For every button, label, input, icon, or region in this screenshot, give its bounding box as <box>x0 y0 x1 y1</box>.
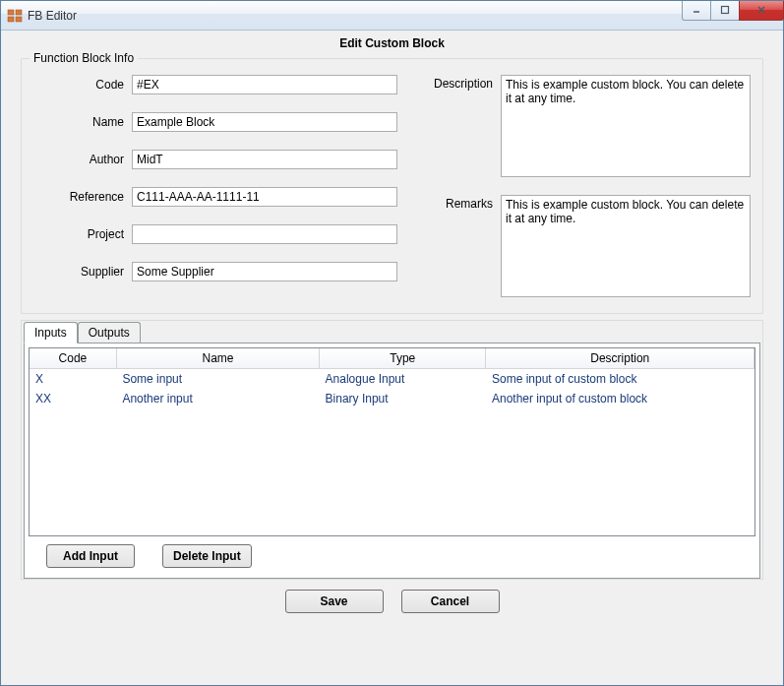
tab-body: Code Name Type Description X Some input … <box>24 343 760 579</box>
add-input-button[interactable]: Add Input <box>46 544 135 568</box>
close-button[interactable] <box>739 1 784 21</box>
reference-label: Reference <box>33 190 132 204</box>
page-title: Edit Custom Block <box>21 36 763 50</box>
cell-description: Another input of custom block <box>486 389 754 408</box>
cancel-button[interactable]: Cancel <box>401 590 500 613</box>
delete-input-button[interactable]: Delete Input <box>162 544 252 568</box>
svg-rect-2 <box>8 17 14 22</box>
name-input[interactable] <box>132 112 397 132</box>
window-title: FB Editor <box>28 9 683 23</box>
svg-rect-0 <box>8 10 14 15</box>
svg-rect-5 <box>722 7 729 14</box>
name-label: Name <box>33 115 132 129</box>
code-input[interactable] <box>132 75 397 94</box>
supplier-label: Supplier <box>33 265 132 279</box>
titlebar: FB Editor <box>1 1 783 31</box>
cell-description: Some input of custom block <box>486 369 754 390</box>
project-label: Project <box>33 227 132 241</box>
reference-input[interactable] <box>132 187 397 207</box>
cell-name: Some input <box>116 369 319 390</box>
window-controls <box>683 1 784 21</box>
remarks-label: Remarks <box>417 195 501 297</box>
col-description[interactable]: Description <box>486 348 754 369</box>
cell-code: X <box>30 369 116 390</box>
cell-name: Another input <box>116 389 319 408</box>
tab-inputs[interactable]: Inputs <box>24 322 78 343</box>
col-name[interactable]: Name <box>116 348 319 369</box>
author-label: Author <box>33 153 132 166</box>
table-row[interactable]: X Some input Analogue Input Some input o… <box>30 369 754 390</box>
table-row[interactable]: XX Another input Binary Input Another in… <box>30 389 754 408</box>
tab-strip: Inputs Outputs <box>22 320 762 343</box>
project-input[interactable] <box>132 224 397 244</box>
description-label: Description <box>417 75 501 177</box>
svg-rect-3 <box>16 17 22 22</box>
minimize-button[interactable] <box>682 1 711 21</box>
client-area: Edit Custom Block Function Block Info Co… <box>1 31 783 685</box>
col-type[interactable]: Type <box>320 348 486 369</box>
tab-outputs[interactable]: Outputs <box>78 322 141 343</box>
svg-rect-1 <box>16 10 22 15</box>
save-button[interactable]: Save <box>285 590 384 613</box>
app-icon <box>7 8 23 24</box>
io-table-wrap: Code Name Type Description X Some input … <box>29 347 755 536</box>
remarks-input[interactable] <box>501 195 751 297</box>
io-table[interactable]: Code Name Type Description X Some input … <box>30 348 754 408</box>
bottom-buttons: Save Cancel <box>21 590 763 613</box>
maximize-button[interactable] <box>710 1 740 21</box>
window: FB Editor Edit Custom Block Function Blo… <box>0 0 784 686</box>
cell-code: XX <box>30 389 116 408</box>
col-code[interactable]: Code <box>30 348 116 369</box>
description-input[interactable] <box>501 75 751 177</box>
cell-type: Analogue Input <box>320 369 486 390</box>
code-label: Code <box>33 78 132 92</box>
io-section: Inputs Outputs Code <box>21 320 763 580</box>
function-block-info-group: Function Block Info Code Name Author <box>21 58 763 314</box>
group-legend: Function Block Info <box>30 51 138 65</box>
author-input[interactable] <box>132 150 397 169</box>
cell-type: Binary Input <box>320 389 486 408</box>
supplier-input[interactable] <box>132 262 397 281</box>
